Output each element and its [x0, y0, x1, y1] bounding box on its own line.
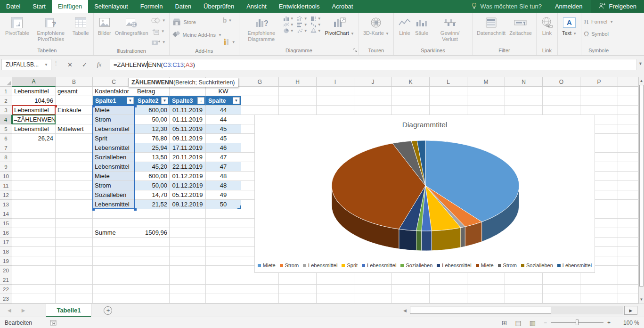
ribbon-tab-ansicht[interactable]: Ansicht: [240, 0, 273, 13]
ribbon-button-datenschnitt[interactable]: Datenschnitt: [475, 15, 507, 37]
cell-G22[interactable]: [241, 285, 279, 294]
chart-type-line-button[interactable]: ▼: [283, 22, 294, 27]
cell-K1[interactable]: [392, 87, 430, 96]
table-resize-handle[interactable]: [237, 205, 241, 209]
active-edit-cell-A4[interactable]: =ZÄHLENWENN: [12, 115, 56, 124]
cell-D11[interactable]: 50,00: [135, 181, 170, 190]
cell-A11[interactable]: [12, 181, 56, 190]
cell-B16[interactable]: [56, 228, 93, 238]
page-break-view-icon[interactable]: ▥: [530, 319, 536, 327]
row-header-12[interactable]: 12: [0, 190, 12, 200]
sheet-nav-right-icon[interactable]: ▶: [22, 308, 25, 313]
cell-F3[interactable]: 44: [206, 106, 241, 115]
cell-H3[interactable]: [279, 106, 317, 115]
ribbon-button-link[interactable]: Link: [539, 15, 554, 37]
cell-C3[interactable]: Miete: [93, 106, 135, 115]
cell-F13[interactable]: 50: [206, 200, 241, 209]
ribbon-button-gewinn-verlust[interactable]: Gewinn/ Verlust: [431, 15, 469, 43]
cell-x15[interactable]: [618, 219, 638, 228]
row-header-14[interactable]: 14: [0, 209, 12, 219]
column-header-L[interactable]: L: [430, 77, 467, 87]
cell-A21[interactable]: [12, 275, 56, 285]
row-header-23[interactable]: 23: [0, 294, 12, 303]
cell-C12[interactable]: Sozialleben: [93, 190, 135, 200]
cell-A17[interactable]: [12, 238, 56, 247]
cell-B2[interactable]: [56, 96, 93, 106]
cell-A16[interactable]: [12, 228, 56, 238]
zoom-out-icon[interactable]: −: [544, 320, 547, 326]
cell-x12[interactable]: [618, 190, 638, 200]
cell-x10[interactable]: [618, 172, 638, 181]
cell-x13[interactable]: [618, 200, 638, 209]
new-sheet-button[interactable]: +: [104, 306, 112, 315]
cell-C7[interactable]: Lebensmittel: [93, 143, 135, 153]
row-header-17[interactable]: 17: [0, 238, 12, 247]
cell-D12[interactable]: 14,70: [135, 190, 170, 200]
cell-x17[interactable]: [618, 238, 638, 247]
chart-type-col-button[interactable]: ▼: [283, 16, 294, 21]
cell-M2[interactable]: [467, 96, 505, 106]
ribbon-button-formel[interactable]: πFormel▼: [584, 17, 613, 26]
ribbon-tab-acrobat[interactable]: Acrobat: [326, 0, 359, 13]
cell-D23[interactable]: [135, 294, 170, 303]
cell-D14[interactable]: [135, 209, 170, 219]
cell-C6[interactable]: Sprit: [93, 134, 135, 143]
cell-C1[interactable]: Kostenfaktor: [93, 87, 135, 96]
legend-item-5[interactable]: Sozialleben: [400, 262, 432, 268]
cell-H23[interactable]: [279, 294, 317, 303]
cell-D16[interactable]: 1509,96: [135, 228, 170, 238]
column-header-H[interactable]: H: [279, 77, 317, 87]
cell-B11[interactable]: [56, 181, 93, 190]
cell-x8[interactable]: [618, 153, 638, 162]
cell-D18[interactable]: [135, 247, 170, 256]
row-header-7[interactable]: 7: [0, 143, 12, 153]
cell-E20[interactable]: [170, 266, 206, 275]
legend-item-4[interactable]: Lebensmittel: [362, 262, 396, 268]
cell-A9[interactable]: [12, 162, 56, 172]
legend-item-6[interactable]: Lebensmittel: [437, 262, 471, 268]
cell-P21[interactable]: [580, 275, 618, 285]
column-header-B[interactable]: B: [56, 77, 93, 87]
cell-J1[interactable]: [354, 87, 392, 96]
cell-F4[interactable]: 44: [206, 115, 241, 124]
cell-F15[interactable]: [206, 219, 241, 228]
column-header-I[interactable]: I: [317, 77, 354, 87]
normal-view-icon[interactable]: ⊞: [502, 319, 507, 327]
cell-C17[interactable]: [93, 238, 135, 247]
row-header-4[interactable]: 4: [0, 115, 12, 124]
ribbon-button-text[interactable]: AText ▼: [561, 15, 578, 37]
pie-chart-object[interactable]: Diagrammtitel MieteStromLebensmittelSpri…: [254, 115, 595, 273]
cell-L23[interactable]: [430, 294, 467, 303]
cell-F5[interactable]: 45: [206, 124, 241, 134]
cell-D22[interactable]: [135, 285, 170, 294]
cell-I2[interactable]: [317, 96, 354, 106]
name-box-dropdown-icon[interactable]: ▼: [44, 63, 51, 67]
chart-type-bar-button[interactable]: ▼: [297, 22, 308, 27]
cell-E14[interactable]: [170, 209, 206, 219]
ribbon-tab-daten[interactable]: Daten: [169, 0, 197, 13]
cell-x19[interactable]: [618, 256, 638, 266]
ribbon-tab-datei[interactable]: Datei: [0, 0, 26, 13]
cell-B18[interactable]: [56, 247, 93, 256]
cell-N23[interactable]: [505, 294, 543, 303]
cell-E23[interactable]: [170, 294, 206, 303]
cell-C16[interactable]: Summe: [93, 228, 135, 238]
cell-N1[interactable]: [505, 87, 543, 96]
name-box[interactable]: ZUFALLSB... ▼: [1, 59, 51, 70]
cell-E9[interactable]: 22.11.2019: [170, 162, 206, 172]
cell-M23[interactable]: [467, 294, 505, 303]
ribbon-button-säule[interactable]: Säule: [414, 15, 430, 37]
cell-I3[interactable]: [317, 106, 354, 115]
zoom-slider[interactable]: [551, 322, 603, 323]
cell-N22[interactable]: [505, 285, 543, 294]
cell-C15[interactable]: [93, 219, 135, 228]
cell-D1[interactable]: Betrag: [135, 87, 170, 96]
legend-item-2[interactable]: Lebensmittel: [303, 262, 337, 268]
cell-I21[interactable]: [317, 275, 354, 285]
expand-formula-bar-icon[interactable]: ▼: [638, 61, 643, 66]
zoom-percentage[interactable]: 100 %: [619, 320, 639, 326]
scroll-right-button[interactable]: ▶: [624, 306, 637, 315]
cell-I22[interactable]: [317, 285, 354, 294]
cell-D6[interactable]: 76,80: [135, 134, 170, 143]
cell-E17[interactable]: [170, 238, 206, 247]
